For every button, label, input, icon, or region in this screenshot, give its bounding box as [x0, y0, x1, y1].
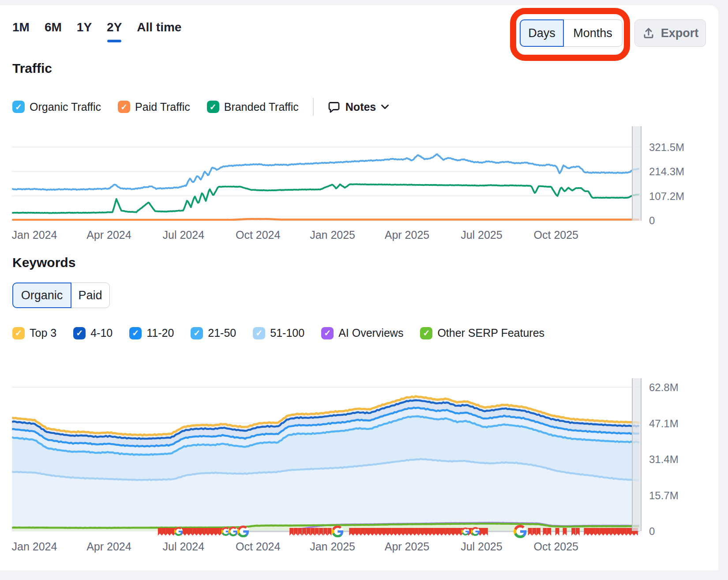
google-update-flag[interactable] — [555, 528, 559, 536]
checkbox-11-20[interactable] — [129, 327, 142, 339]
notes-dropdown[interactable]: Notes — [328, 101, 389, 113]
keywords-chart[interactable]: 62.8M47.1M31.4M15.7M0Jan 2024Apr 2024Jul… — [0, 377, 728, 556]
tab-1m[interactable]: 1M — [12, 20, 30, 39]
google-update-flag[interactable] — [532, 528, 536, 536]
google-update-flag[interactable] — [158, 528, 162, 536]
google-update-flag[interactable] — [615, 528, 619, 536]
google-logo-icon[interactable] — [332, 525, 344, 537]
chart-drag-handle[interactable] — [632, 378, 641, 531]
google-update-flag[interactable] — [603, 528, 607, 536]
legend-21-50[interactable]: 21-50 — [191, 327, 236, 339]
google-update-flag[interactable] — [442, 528, 446, 536]
legend-top-3[interactable]: Top 3 — [12, 327, 56, 339]
google-update-flag[interactable] — [484, 528, 488, 536]
google-logo-icon[interactable] — [462, 527, 469, 535]
keywords-toggle-paid[interactable]: Paid — [71, 282, 110, 308]
google-update-flag[interactable] — [162, 528, 166, 536]
google-update-flag[interactable] — [323, 528, 327, 536]
tab-all-time[interactable]: All time — [137, 20, 181, 39]
checkbox-ai-overviews[interactable] — [321, 327, 334, 339]
legend-51-100[interactable]: 51-100 — [253, 327, 304, 339]
legend-organic-traffic[interactable]: Organic Traffic — [12, 101, 101, 113]
google-logo-icon[interactable] — [229, 527, 238, 536]
google-update-flag[interactable] — [588, 528, 592, 536]
google-update-flag[interactable] — [457, 528, 461, 536]
google-update-flag[interactable] — [311, 528, 315, 536]
google-update-flag[interactable] — [571, 528, 575, 536]
legend-branded-traffic[interactable]: Branded Traffic — [207, 101, 299, 113]
checkbox-21-50[interactable] — [191, 327, 203, 339]
google-update-flag[interactable] — [626, 528, 630, 536]
google-update-flag[interactable] — [196, 528, 200, 536]
google-update-flag[interactable] — [372, 528, 376, 536]
checkbox-other-serp-features[interactable] — [420, 327, 432, 339]
google-update-flag[interactable] — [599, 528, 603, 536]
google-update-flag[interactable] — [319, 528, 323, 536]
google-update-flag[interactable] — [169, 528, 173, 536]
google-update-flag[interactable] — [592, 528, 596, 536]
legend-ai-overviews[interactable]: AI Overviews — [321, 327, 403, 339]
traffic-chart[interactable]: 321.5M214.3M107.2M0Jan 2024Apr 2024Jul 2… — [0, 126, 728, 245]
google-update-flag[interactable] — [480, 528, 484, 536]
tab-6m[interactable]: 6M — [45, 20, 62, 39]
granularity-months[interactable]: Months — [563, 19, 623, 47]
chart-drag-handle[interactable] — [632, 126, 641, 221]
google-update-flag[interactable] — [547, 528, 551, 536]
google-update-flag[interactable] — [376, 528, 380, 536]
keywords-toggle-organic[interactable]: Organic — [12, 282, 71, 308]
google-update-flag[interactable] — [315, 528, 319, 536]
google-update-flag[interactable] — [298, 528, 302, 536]
tab-2y[interactable]: 2Y — [107, 20, 122, 39]
google-update-flag[interactable] — [453, 528, 457, 536]
google-update-flag[interactable] — [399, 528, 403, 536]
google-update-flag[interactable] — [307, 528, 311, 536]
export-button[interactable]: Export — [634, 19, 706, 47]
google-update-flag[interactable] — [418, 528, 422, 536]
google-update-flag[interactable] — [216, 528, 220, 536]
google-update-flag[interactable] — [302, 528, 306, 536]
tab-1y[interactable]: 1Y — [77, 20, 92, 39]
google-update-flag[interactable] — [449, 528, 453, 536]
google-update-flag[interactable] — [327, 528, 331, 536]
google-update-flag[interactable] — [388, 528, 392, 536]
google-update-flag[interactable] — [430, 528, 434, 536]
google-update-flag[interactable] — [576, 528, 580, 536]
legend-11-20[interactable]: 11-20 — [129, 327, 174, 339]
google-update-flag[interactable] — [528, 528, 532, 536]
google-update-flag[interactable] — [415, 528, 419, 536]
google-logo-icon[interactable] — [174, 527, 183, 536]
google-update-flag[interactable] — [189, 528, 193, 536]
google-update-flag[interactable] — [192, 528, 196, 536]
google-update-flag[interactable] — [596, 528, 600, 536]
google-update-flag[interactable] — [200, 528, 204, 536]
google-update-flag[interactable] — [438, 528, 442, 536]
google-update-flag[interactable] — [165, 528, 169, 536]
checkbox-4-10[interactable] — [73, 327, 86, 339]
google-update-flag[interactable] — [380, 528, 384, 536]
google-logo-icon[interactable] — [237, 525, 249, 537]
keywords-plot-area[interactable] — [12, 396, 639, 531]
google-update-flag[interactable] — [204, 528, 208, 536]
google-update-flag[interactable] — [289, 528, 293, 536]
google-update-flag[interactable] — [294, 528, 298, 536]
google-update-flag[interactable] — [185, 528, 189, 536]
google-update-flag[interactable] — [349, 528, 353, 536]
checkbox-branded-traffic[interactable] — [207, 101, 219, 113]
google-update-flag[interactable] — [384, 528, 388, 536]
google-update-flag[interactable] — [623, 528, 627, 536]
google-update-flag[interactable] — [361, 528, 365, 536]
google-logo-icon[interactable] — [514, 525, 527, 538]
google-logo-icon[interactable] — [471, 527, 480, 536]
google-update-flag[interactable] — [619, 528, 623, 536]
google-update-flag[interactable] — [607, 528, 611, 536]
legend-other-serp-features[interactable]: Other SERP Features — [420, 327, 544, 339]
google-update-flag[interactable] — [543, 528, 547, 536]
google-update-flag[interactable] — [434, 528, 438, 536]
checkbox-organic-traffic[interactable] — [12, 101, 25, 113]
legend-4-10[interactable]: 4-10 — [73, 327, 113, 339]
google-update-flag[interactable] — [208, 528, 212, 536]
google-update-flag[interactable] — [537, 528, 540, 536]
google-update-flag[interactable] — [212, 528, 216, 536]
google-update-flag[interactable] — [446, 528, 450, 536]
google-update-flag[interactable] — [403, 528, 407, 536]
